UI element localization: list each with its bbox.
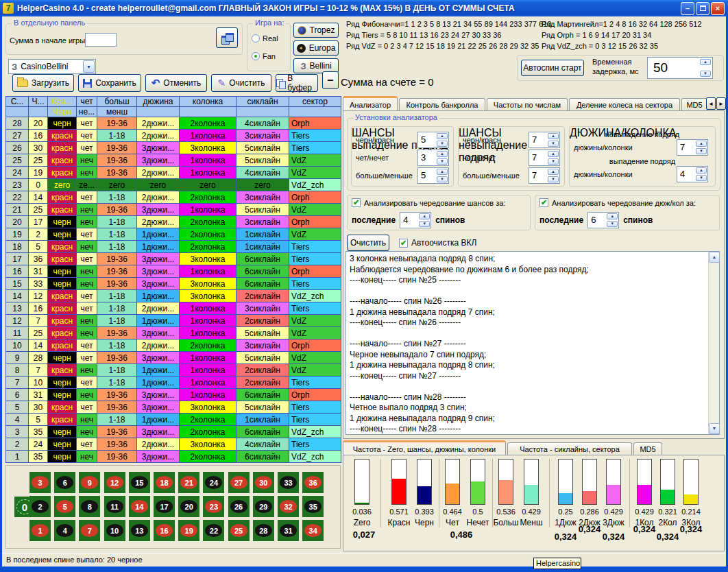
roulette-number-9[interactable]: 9 [79,472,100,493]
roulette-number-36[interactable]: 36 [302,472,324,493]
roulette-number-8[interactable]: 8 [79,496,100,517]
game-on-group: Игра на: [247,23,291,71]
roulette-number-15[interactable]: 15 [129,472,150,493]
casino-tropez-button[interactable]: Tropez [293,23,339,38]
roulette-number-18[interactable]: 18 [154,472,175,493]
main-tab-5[interactable]: MD5 [681,98,707,111]
roulette-number-25[interactable]: 25 [228,520,250,541]
chevron-down-icon[interactable]: ▼ [83,60,95,73]
load-button[interactable]: Загрузить [12,74,74,92]
roulette-number-35[interactable]: 35 [302,496,324,517]
to-clipboard-button[interactable]: В буфер [276,74,318,92]
last-spins-suffix: спинов [435,215,465,225]
roulette-number-29[interactable]: 29 [253,496,274,517]
roulette-number-21[interactable]: 21 [178,472,199,493]
scroll-down-icon[interactable]: ▼ [709,423,720,434]
chance-miss-spinner-2[interactable]: 7▲▼ [529,150,560,166]
collapse-panel-button[interactable]: – [322,71,339,89]
spin-row: 2630краснчет19-363дюжи...3колонка5сиклай… [6,142,341,154]
spin-up-icon[interactable]: ▲ [700,59,711,65]
roulette-number-31[interactable]: 31 [278,520,299,541]
column-header: колонка [180,97,236,107]
analysis-log[interactable]: 3 колонка невыпадала подряд 8 спин; Набл… [345,251,720,435]
radio-fan[interactable]: Fan [252,52,276,60]
radio-real[interactable]: Real [252,34,278,43]
group-separator [629,459,630,527]
group-separator [439,459,439,527]
roulette-number-22[interactable]: 22 [203,520,224,541]
casino-europa-button[interactable]: ✦Europa [293,40,339,56]
dozen-hit-spinner[interactable]: 4▲▼ [677,166,708,182]
chance-miss-spinner-1[interactable]: 7▲▼ [529,132,560,148]
roulette-number-20[interactable]: 20 [178,496,199,517]
detach-panel-button[interactable] [216,27,238,48]
main-tab-4[interactable]: Деление колеса на сектора [569,98,680,111]
roulette-number-26[interactable]: 26 [228,496,250,517]
chance-miss-spinner-3[interactable]: 7▲▼ [529,167,560,184]
log-scrollbar[interactable]: ▲ ▼ [708,252,719,434]
roulette-number-19[interactable]: 19 [178,520,199,541]
roulette-number-16[interactable]: 16 [154,520,175,541]
chances-spins-spinner[interactable]: 4 ▲▼ [400,212,431,228]
chance-hit-spinner-3[interactable]: 5▲▼ [417,167,449,184]
roulette-number-32[interactable]: 32 [278,496,299,517]
start-sum-input[interactable] [85,33,117,47]
alternation-chances-checkbox[interactable]: ✔Анализировать чередование шансов за: [352,198,505,207]
maximize-button[interactable] [696,2,709,15]
roulette-number-2[interactable]: 2 [29,496,51,517]
autoclear-checkbox[interactable]: ✔Автоочистка ВКЛ [399,238,476,248]
alternation-dozen-checkbox[interactable]: ✔Анализировать чередование дюж/кол за: [539,198,696,207]
roulette-number-28[interactable]: 28 [253,520,274,541]
main-tab-1[interactable]: Анализатор [343,96,398,111]
spin-row: 1316краснчет1-182дюжи...1колонка3сиклайн… [6,302,341,315]
roulette-number-10[interactable]: 10 [104,520,125,541]
roulette-number-1[interactable]: 1 [29,520,51,541]
main-tab-2[interactable]: Контроль банкролла [399,98,485,111]
tab-scroll-left-icon[interactable]: ◄ [706,97,716,110]
spin-down-icon[interactable]: ▼ [700,71,711,77]
roulette-number-34[interactable]: 34 [302,520,324,541]
roulette-number-7[interactable]: 7 [79,520,100,541]
roulette-number-13[interactable]: 13 [129,520,150,541]
casino-select[interactable]: З CasinoBellini ▼ [8,59,96,74]
close-button[interactable]: × [711,2,725,15]
roulette-number-24[interactable]: 24 [203,472,224,493]
log-clear-button[interactable]: Очистить [347,235,389,251]
roulette-number-33[interactable]: 33 [278,472,299,493]
chance-hit-spinner-2[interactable]: 3▲▼ [417,150,449,166]
roulette-number-6[interactable]: 6 [54,472,75,493]
delay-spinner[interactable]: 50 ▲ ▼ [647,57,713,79]
tab-scroll-right-icon[interactable]: ► [716,97,726,110]
dozen-spins-spinner[interactable]: 6 ▲▼ [587,212,619,228]
roulette-number-3[interactable]: 3 [29,472,51,493]
alternation-chances-frame: ✔Анализировать чередование шансов за: по… [347,195,531,230]
spin-row: 2820чернчет19-362дюжи...2колонка4сиклайн… [6,117,341,130]
undo-button[interactable]: ↶Отменить [145,74,207,92]
autospin-start-button[interactable]: Автоспин старт [521,60,584,76]
column-header: чет [77,97,97,107]
clear-button[interactable]: ✎Очистить [211,74,271,92]
roulette-number-5[interactable]: 5 [54,496,75,517]
roulette-number-17[interactable]: 17 [154,496,175,517]
column-header: дюжина [137,97,180,107]
roulette-number-27[interactable]: 27 [228,472,250,493]
chance-hit-spinner-1[interactable]: 5▲▼ [417,132,449,148]
series-martingale: Ряд Мартингейл=1 2 4 8 16 32 64 128 256 … [542,20,702,28]
roulette-number-14[interactable]: 14 [129,496,150,517]
freq-bar-3Кол [683,459,699,505]
column-header: больш [97,97,137,107]
roulette-number-11[interactable]: 11 [104,496,125,517]
chart-tab-1[interactable]: Частота - Zero, шансы, дюжины, колонки [343,440,506,455]
dozen-miss-spinner[interactable]: 7▲▼ [677,139,708,156]
save-button[interactable]: Сохранить [78,74,141,92]
main-tab-3[interactable]: Частоты по числам [487,98,568,111]
chart-tab-2[interactable]: Частота - сиклайны, сектора [507,442,632,455]
roulette-number-23[interactable]: 23 [203,496,224,517]
roulette-number-4[interactable]: 4 [54,520,75,541]
scroll-up-icon[interactable]: ▲ [709,252,720,263]
minimize-button[interactable]: – [681,2,694,15]
roulette-number-12[interactable]: 12 [104,472,125,493]
roulette-number-30[interactable]: 30 [253,472,274,493]
freq-label: Zero [346,518,378,527]
chart-tab-3[interactable]: MD5 [633,442,662,455]
